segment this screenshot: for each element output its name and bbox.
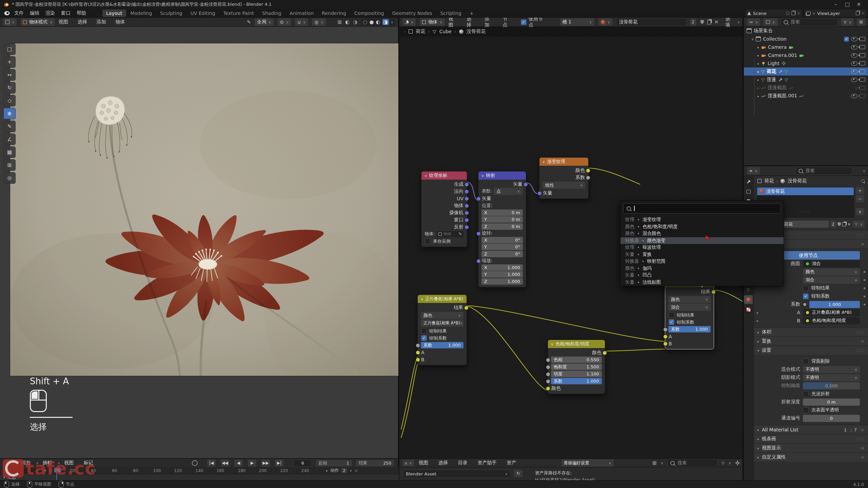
panel-displacement[interactable]: ▸置换≡ (754, 337, 868, 346)
fake-user-shield-icon[interactable] (837, 222, 841, 226)
socket-camera[interactable] (465, 211, 469, 215)
input-b-field[interactable]: 色相/饱和度/明度 (803, 317, 860, 324)
disable-render-camera-icon[interactable] (860, 78, 865, 82)
unlink-x-icon[interactable]: ✕ (714, 19, 719, 25)
current-frame-field[interactable]: 6 (294, 460, 312, 467)
pin-icon[interactable] (861, 179, 865, 183)
auto-keying-button[interactable] (192, 460, 198, 466)
xray-icon[interactable]: ◑ (353, 19, 357, 25)
node-hue-saturation-value[interactable]: ∨色相/饱和度/明度 颜色 色相0.550 饱和度1.500 明度1.100 系… (548, 340, 605, 394)
outliner-row-collection[interactable]: ∨ Collection ✓ (744, 35, 868, 43)
tool-extra-1[interactable]: ⊞ (3, 159, 16, 171)
search-item[interactable]: 纹理•渐变纹理 (620, 216, 784, 223)
node-mix[interactable]: ∨混合 结果 颜色∨ 混合∨ 钳制结果 ✓钳制系数 系数1.000 A B (665, 279, 714, 349)
editor-type-button[interactable]: ⌂∨ (402, 460, 415, 467)
new-material-copy-icon[interactable] (707, 20, 711, 24)
shading-wireframe-icon[interactable]: ○ (363, 19, 367, 25)
editor-type-button[interactable]: ≔∨ (747, 18, 761, 26)
tab-tool[interactable] (744, 177, 753, 186)
fake-user-shield-icon[interactable] (701, 20, 704, 24)
disable-render-camera-icon[interactable] (860, 37, 865, 41)
shading-solid-icon[interactable]: ● (369, 19, 374, 25)
use-nodes-toggle[interactable]: ✓使用节点 (521, 18, 545, 28)
panel-viewport-display[interactable]: ▸视图显示≡ (754, 443, 868, 452)
disable-render-camera-icon[interactable] (860, 53, 865, 57)
tool-rotate[interactable]: ↻ (3, 82, 16, 94)
filter-dropdown[interactable]: ▽∨ (841, 18, 854, 26)
maximize-button[interactable]: □ (842, 1, 853, 7)
factor-slider[interactable]: 1.000 (809, 301, 860, 308)
socket-window[interactable] (465, 218, 469, 222)
menu-help[interactable]: 帮助 (77, 10, 86, 16)
viewlayer-selector[interactable]: ∨ ViewLayer ✕ (804, 9, 867, 17)
socket-result-out[interactable] (711, 290, 716, 294)
node-menu-node[interactable]: 节点 (503, 18, 511, 28)
editor-type-button[interactable]: ∨ (3, 18, 17, 26)
breadcrumb-material[interactable]: 没骨荷花 (467, 28, 486, 35)
node-mapping[interactable]: ∨映射 矢量 类型: 点∨ 矢量 位置: X0 m Y0 m Z0 m 旋转: … (478, 171, 526, 287)
input-a-field[interactable]: 正片叠底(相乘 A*B) (803, 309, 860, 316)
collection-checkbox[interactable]: ✓ (844, 37, 849, 42)
socket-color-out[interactable] (603, 351, 607, 355)
socket-a-in[interactable] (663, 334, 668, 339)
blender-menu-icon[interactable] (3, 11, 10, 16)
workspace-tab-shading[interactable]: Shading (258, 9, 285, 17)
hide-eye-icon[interactable] (851, 53, 857, 58)
mapping-scale-z[interactable]: Z1.000 (481, 278, 523, 285)
search-item[interactable]: 颜色•伽玛 (620, 265, 784, 272)
clamp-result-checkbox[interactable] (669, 312, 674, 318)
socket-a-in[interactable] (416, 350, 420, 355)
mix-blendmode-dropdown[interactable]: 正片叠底(相乘 A*B)∨ (421, 320, 463, 327)
viewport-menu-add[interactable]: 添加 (97, 19, 106, 25)
hide-eye-icon[interactable] (851, 45, 857, 49)
raytraced-refraction-checkbox[interactable] (803, 391, 809, 397)
display-grid-icon[interactable]: ⊞ (652, 460, 657, 466)
workspace-tab-scripting[interactable]: Scripting (437, 9, 465, 17)
shading-material-icon[interactable]: ◐ (376, 19, 380, 25)
clamp-factor-checkbox[interactable]: ✓ (669, 319, 674, 325)
disable-render-camera-icon[interactable] (860, 61, 865, 65)
tab-render[interactable] (744, 187, 753, 196)
viewport-menu-view[interactable]: 视图 (59, 19, 68, 25)
workspace-tab-animation[interactable]: Animation (286, 9, 317, 17)
workspace-tab-rendering[interactable]: Rendering (318, 9, 350, 17)
socket-color-in[interactable] (546, 386, 550, 391)
workspace-tab-geometry-nodes[interactable]: Geometry Nodes (389, 9, 436, 17)
disable-render-camera-icon[interactable] (860, 94, 865, 98)
disable-render-camera-icon[interactable] (860, 45, 865, 49)
node-mix-multiply[interactable]: ∨正片叠底(相乘 A*B) 结果 颜色∨ 正片叠底(相乘 A*B)∨ 钳制结果 … (417, 294, 467, 365)
disable-render-camera-icon[interactable] (860, 86, 865, 90)
tool-move[interactable]: ↔ (3, 69, 16, 81)
close-button[interactable]: ✕ (853, 1, 865, 7)
shading-rendered-icon[interactable]: ◑ (382, 19, 389, 25)
copy-icon[interactable] (842, 222, 846, 226)
mix-datatype-dropdown[interactable]: 颜色∨ (803, 268, 860, 276)
import-method-dropdown[interactable]: 遵循偏好设置∨ (561, 459, 614, 467)
workspace-tab-modeling[interactable]: Modeling (127, 9, 156, 17)
mix-blendmode-dropdown[interactable]: 混合∨ (803, 277, 860, 284)
mapping-rot-z[interactable]: Z0° (481, 251, 523, 257)
clamp-result-checkbox[interactable] (803, 285, 809, 291)
socket-vector-in[interactable] (476, 197, 481, 201)
funnel-icon[interactable]: ▽ (722, 461, 724, 465)
socket-uv[interactable] (465, 197, 469, 201)
mapping-loc-z[interactable]: Z0 m (481, 223, 523, 230)
tool-scale[interactable]: ◇ (3, 95, 16, 106)
copy-icon[interactable] (856, 11, 860, 15)
jump-to-end-button[interactable]: ▶| (275, 460, 283, 467)
socket-result-out[interactable] (464, 306, 469, 310)
panel-custom-properties[interactable]: ▸自定义属性≡ (754, 452, 868, 462)
clip-threshold-slider[interactable]: 0.500 (803, 382, 860, 389)
jump-to-start-button[interactable]: |◀ (207, 460, 216, 467)
asset-menu-helper[interactable]: 资产助手 (478, 460, 497, 466)
action-channel-row[interactable]: ▸动作 2 ∨≡ (326, 468, 358, 473)
play-button[interactable]: ▶ (248, 460, 256, 467)
tool-annotate[interactable]: ✎ (3, 121, 16, 132)
socket-vector-out[interactable] (524, 182, 528, 187)
tool-transform[interactable]: ⊕ (3, 108, 16, 119)
clamp-factor-checkbox[interactable]: ✓ (421, 335, 427, 341)
search-item-highlighted[interactable]: 转换器•颜色渐变 (620, 237, 784, 244)
blend-mode-dropdown[interactable]: 不透明∨ (803, 366, 860, 373)
workspace-tab-texture-paint[interactable]: Texture Paint (220, 9, 258, 17)
panel-line-art[interactable]: ▸线条画::::: (754, 434, 868, 443)
